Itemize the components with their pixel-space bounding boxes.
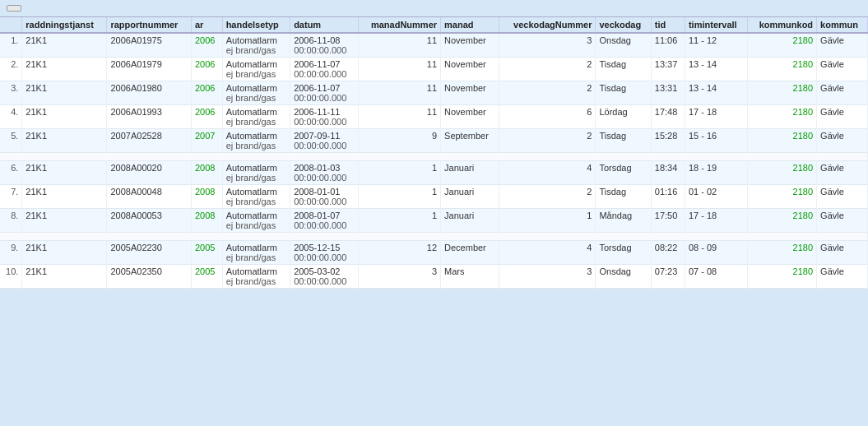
data-table-container: raddningstjanst rapportnummer ar handels…: [0, 17, 868, 289]
cell-veckodagnummer: 2: [499, 58, 596, 81]
cell-veckodag: Torsdag: [596, 161, 651, 185]
cell-timintervall: 17 - 18: [685, 105, 747, 129]
cell-rownum: 4.: [0, 105, 22, 129]
col-header-kommun: kommun: [817, 17, 868, 33]
cell-handelsetyp: Automatlarmej brand/gas: [222, 209, 290, 233]
cell-timintervall: 13 - 14: [685, 81, 747, 105]
cell-veckodag: Tisdag: [596, 58, 651, 81]
cell-rownum: 5.: [0, 129, 22, 153]
cell-kommunkod: 2180: [748, 265, 817, 289]
cell-timintervall: 08 - 09: [685, 241, 747, 265]
cell-handelsetyp: Automatlarmej brand/gas: [222, 265, 290, 289]
cell-manadnummer: 3: [358, 265, 440, 289]
cell-kommun: Gävle: [817, 58, 868, 81]
cell-timintervall: 07 - 08: [685, 265, 747, 289]
cell-rownum: 7.: [0, 185, 22, 209]
cell-rownum: 6.: [0, 161, 22, 185]
cell-manadnummer: 11: [358, 81, 440, 105]
cell-ar: 2006: [191, 58, 222, 81]
data-table: raddningstjanst rapportnummer ar handels…: [0, 17, 868, 289]
col-header-ar: ar: [191, 17, 222, 33]
table-row: 1. 21K1 2006A01975 2006 Automatlarmej br…: [0, 33, 868, 58]
cell-kommunkod: 2180: [748, 209, 817, 233]
cell-rapportnummer: 2008A00048: [107, 185, 191, 209]
cell-veckodagnummer: 1: [499, 209, 596, 233]
cell-raddningstjanst: 21K1: [22, 265, 107, 289]
cell-datum: 2008-01-0100:00:00.000: [290, 185, 359, 209]
cell-ar: 2005: [191, 265, 222, 289]
table-row: 10. 21K1 2005A02350 2005 Automatlarmej b…: [0, 265, 868, 289]
cell-rapportnummer: 2008A00020: [107, 161, 191, 185]
cell-handelsetyp: Automatlarmej brand/gas: [222, 129, 290, 153]
cell-manad: November: [441, 58, 499, 81]
cell-manad: November: [441, 81, 499, 105]
col-header-kommunkod: kommunkod: [748, 17, 817, 33]
cell-veckodag: Lördag: [596, 105, 651, 129]
cell-rownum: 8.: [0, 209, 22, 233]
cell-veckodag: Torsdag: [596, 241, 651, 265]
cell-rapportnummer: 2005A02350: [107, 265, 191, 289]
cell-datum: 2008-01-0300:00:00.000: [290, 161, 359, 185]
cell-tid: 17:50: [651, 209, 685, 233]
cell-timintervall: 17 - 18: [685, 209, 747, 233]
cell-kommunkod: 2180: [748, 58, 817, 81]
cell-kommun: Gävle: [817, 241, 868, 265]
table-header-row: raddningstjanst rapportnummer ar handels…: [0, 17, 868, 33]
cell-rapportnummer: 2006A01980: [107, 81, 191, 105]
cell-tid: 13:37: [651, 58, 685, 81]
cell-kommunkod: 2180: [748, 33, 817, 58]
cell-raddningstjanst: 21K1: [22, 241, 107, 265]
col-header-manad: manad: [441, 17, 499, 33]
col-header-handelsetyp: handelsetyp: [222, 17, 290, 33]
col-header-rownum: [0, 17, 22, 33]
cell-kommun: Gävle: [817, 185, 868, 209]
cell-ar: 2006: [191, 33, 222, 58]
col-header-raddningstjanst: raddningstjanst: [22, 17, 107, 33]
cell-kommunkod: 2180: [748, 129, 817, 153]
spacer-row: [0, 233, 868, 241]
cell-rownum: 9.: [0, 241, 22, 265]
cell-kommunkod: 2180: [748, 161, 817, 185]
cell-handelsetyp: Automatlarmej brand/gas: [222, 81, 290, 105]
cell-ar: 2006: [191, 105, 222, 129]
cell-kommun: Gävle: [817, 209, 868, 233]
cell-rownum: 10.: [0, 265, 22, 289]
cell-veckodagnummer: 3: [499, 265, 596, 289]
cell-raddningstjanst: 21K1: [22, 105, 107, 129]
cell-veckodagnummer: 2: [499, 129, 596, 153]
cell-manad: Januari: [441, 161, 499, 185]
cell-tid: 08:22: [651, 241, 685, 265]
cell-ar: 2008: [191, 161, 222, 185]
cell-kommun: Gävle: [817, 105, 868, 129]
table-row: 3. 21K1 2006A01980 2006 Automatlarmej br…: [0, 81, 868, 105]
cell-rapportnummer: 2006A01979: [107, 58, 191, 81]
cell-rapportnummer: 2008A00053: [107, 209, 191, 233]
cell-manad: December: [441, 241, 499, 265]
cell-rapportnummer: 2005A02230: [107, 241, 191, 265]
cell-ar: 2005: [191, 241, 222, 265]
cell-timintervall: 01 - 02: [685, 185, 747, 209]
cell-raddningstjanst: 21K1: [22, 58, 107, 81]
cell-manadnummer: 11: [358, 105, 440, 129]
cell-manad: September: [441, 129, 499, 153]
cell-rapportnummer: 2007A02528: [107, 129, 191, 153]
cell-rapportnummer: 2006A01975: [107, 33, 191, 58]
cell-datum: 2005-03-0200:00:00.000: [290, 265, 359, 289]
cell-kommunkod: 2180: [748, 81, 817, 105]
cell-manad: November: [441, 33, 499, 58]
cell-datum: 2006-11-0700:00:00.000: [290, 58, 359, 81]
cell-kommunkod: 2180: [748, 185, 817, 209]
cell-timintervall: 11 - 12: [685, 33, 747, 58]
start-over-button[interactable]: [7, 5, 21, 12]
cell-manad: Januari: [441, 185, 499, 209]
cell-tid: 01:16: [651, 185, 685, 209]
cell-datum: 2007-09-1100:00:00.000: [290, 129, 359, 153]
cell-ar: 2007: [191, 129, 222, 153]
cell-veckodag: Tisdag: [596, 129, 651, 153]
cell-manadnummer: 12: [358, 241, 440, 265]
cell-datum: 2005-12-1500:00:00.000: [290, 241, 359, 265]
cell-manadnummer: 11: [358, 33, 440, 58]
cell-manadnummer: 1: [358, 209, 440, 233]
cell-veckodag: Tisdag: [596, 81, 651, 105]
cell-ar: 2006: [191, 81, 222, 105]
